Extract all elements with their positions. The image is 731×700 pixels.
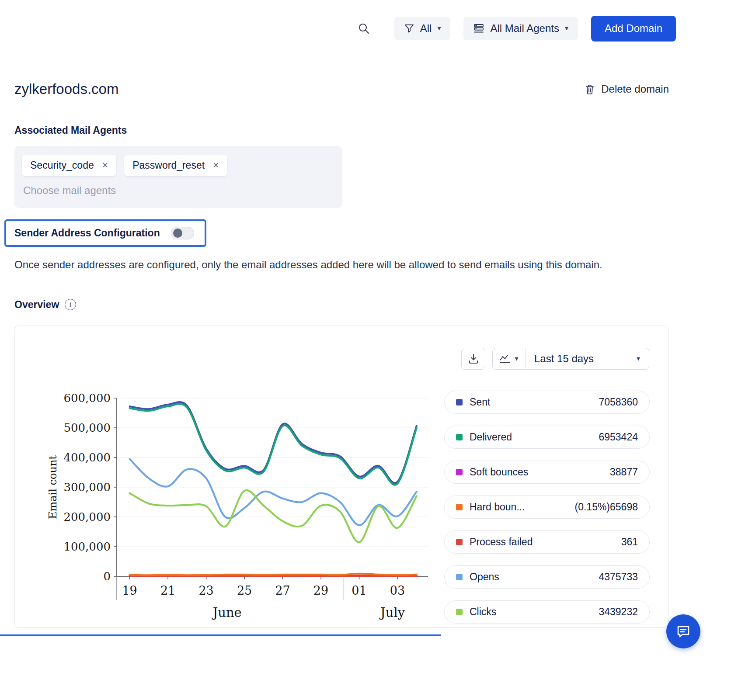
svg-text:200,000: 200,000 xyxy=(63,510,111,523)
svg-text:500,000: 500,000 xyxy=(63,421,111,434)
mail-agents-dropdown-label: All Mail Agents xyxy=(490,22,559,35)
mail-agents-dropdown[interactable]: All Mail Agents ▾ xyxy=(463,17,578,40)
legend-color-swatch xyxy=(456,399,463,405)
legend-label: Opens xyxy=(470,571,499,583)
mail-agent-chip-label: Password_reset xyxy=(132,159,205,171)
email-count-line-chart: 0100,000200,000300,000400,000500,000600,… xyxy=(15,378,456,627)
date-range-label: Last 15 days xyxy=(534,353,594,365)
svg-text:600,000: 600,000 xyxy=(63,392,111,405)
sender-address-configuration-highlight: Sender Address Configuration xyxy=(4,219,206,247)
legend-item-hard-bounces[interactable]: Hard boun... (0.15%)65698 xyxy=(444,496,650,519)
trash-icon xyxy=(585,84,595,95)
mail-agent-chip[interactable]: Password_reset × xyxy=(124,155,227,176)
search-icon xyxy=(358,22,370,35)
date-range-dropdown[interactable]: Last 15 days ▾ xyxy=(526,348,649,370)
legend-color-swatch xyxy=(456,609,463,615)
legend-item-clicks[interactable]: Clicks 3439232 xyxy=(444,600,650,624)
svg-text:100,000: 100,000 xyxy=(63,540,111,553)
mail-agent-chip[interactable]: Security_code × xyxy=(22,155,116,176)
filter-dropdown-label: All xyxy=(420,22,432,35)
chevron-down-icon: ▾ xyxy=(437,25,441,32)
legend-label: Delivered xyxy=(470,431,512,443)
legend-item-delivered[interactable]: Delivered 6953424 xyxy=(444,426,650,449)
sender-configuration-description: Once sender addresses are configured, on… xyxy=(14,256,645,274)
svg-text:25: 25 xyxy=(237,584,252,597)
download-chart-button[interactable] xyxy=(461,348,485,370)
legend-value: 7058360 xyxy=(599,396,638,408)
svg-text:June: June xyxy=(212,605,242,620)
legend-value: 361 xyxy=(621,536,638,548)
bottom-accent-line xyxy=(0,634,441,636)
line-chart-icon xyxy=(499,353,511,364)
chat-support-button[interactable] xyxy=(666,614,700,648)
download-icon xyxy=(468,353,479,364)
mail-agents-stack-icon xyxy=(473,23,484,34)
legend-color-swatch xyxy=(456,469,463,475)
funnel-icon xyxy=(404,23,414,34)
svg-text:23: 23 xyxy=(198,584,213,597)
topbar: All ▾ All Mail Agents ▾ Add Domain xyxy=(0,0,731,57)
choose-mail-agents-input[interactable]: Choose mail agents xyxy=(22,184,335,197)
legend-value: 38877 xyxy=(610,466,638,478)
associated-mail-agents-heading: Associated Mail Agents xyxy=(14,125,669,136)
svg-text:Email count: Email count xyxy=(47,455,59,519)
close-icon[interactable]: × xyxy=(102,160,108,170)
legend-value: (0.15%)65698 xyxy=(575,501,638,513)
chat-icon xyxy=(675,623,692,640)
legend-label: Clicks xyxy=(470,606,496,618)
delete-domain-button[interactable]: Delete domain xyxy=(585,83,669,95)
legend-color-swatch xyxy=(456,574,463,580)
legend-color-swatch xyxy=(456,434,463,440)
sender-address-configuration-label: Sender Address Configuration xyxy=(14,227,160,239)
legend-value: 4375733 xyxy=(599,571,638,583)
mail-agents-picker[interactable]: Security_code × Password_reset × Choose … xyxy=(14,146,342,208)
chevron-down-icon: ▾ xyxy=(565,25,568,32)
legend-item-process-failed[interactable]: Process failed 361 xyxy=(444,530,650,554)
chart-type-dropdown[interactable]: ▾ xyxy=(492,348,526,370)
svg-text:29: 29 xyxy=(313,584,328,597)
legend-item-opens[interactable]: Opens 4375733 xyxy=(444,565,650,589)
overview-chart-card: ▾ Last 15 days ▾ 0100,000200,000300,0004… xyxy=(14,326,669,628)
legend-item-sent[interactable]: Sent 7058360 xyxy=(444,391,650,414)
sender-address-configuration-toggle[interactable] xyxy=(171,227,194,239)
svg-text:0: 0 xyxy=(103,570,111,583)
search-button[interactable] xyxy=(358,22,370,35)
svg-text:19: 19 xyxy=(122,584,137,597)
legend-value: 3439232 xyxy=(599,606,638,618)
filter-dropdown[interactable]: All ▾ xyxy=(394,17,451,40)
svg-text:03: 03 xyxy=(390,584,405,597)
chevron-down-icon: ▾ xyxy=(515,355,518,362)
svg-text:300,000: 300,000 xyxy=(63,481,111,494)
svg-text:400,000: 400,000 xyxy=(63,451,111,464)
svg-text:July: July xyxy=(379,605,405,620)
delete-domain-label: Delete domain xyxy=(601,83,669,95)
svg-text:21: 21 xyxy=(160,584,175,597)
legend-item-soft-bounces[interactable]: Soft bounces 38877 xyxy=(444,461,650,484)
close-icon[interactable]: × xyxy=(213,160,219,170)
chevron-down-icon: ▾ xyxy=(637,355,640,362)
main-content: zylkerfoods.com Delete domain Associated… xyxy=(0,81,731,628)
mail-agent-chip-label: Security_code xyxy=(30,159,94,171)
legend-label: Sent xyxy=(470,396,490,408)
svg-text:01: 01 xyxy=(352,584,366,597)
chart-options-group: ▾ Last 15 days ▾ xyxy=(492,348,649,370)
info-icon[interactable]: i xyxy=(65,299,76,310)
legend-label: Hard boun... xyxy=(470,501,525,513)
legend-value: 6953424 xyxy=(599,431,638,443)
chart-legend: Sent 7058360 Delivered 6953424 Soft boun… xyxy=(444,391,650,624)
legend-color-swatch xyxy=(456,539,463,545)
overview-heading: Overview xyxy=(14,299,59,311)
svg-text:27: 27 xyxy=(275,584,290,597)
add-domain-button[interactable]: Add Domain xyxy=(591,16,676,42)
legend-color-swatch xyxy=(456,504,463,510)
legend-label: Process failed xyxy=(470,536,533,548)
page-title: zylkerfoods.com xyxy=(14,81,118,97)
toggle-knob xyxy=(173,229,182,238)
legend-label: Soft bounces xyxy=(470,466,528,478)
